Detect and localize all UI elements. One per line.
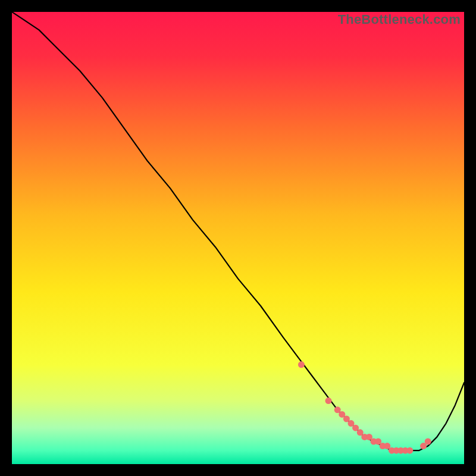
watermark-text: TheBottleneck.com <box>338 12 461 27</box>
marker-dot <box>298 361 305 368</box>
marker-group <box>298 361 431 453</box>
marker-dot <box>325 397 332 404</box>
plot-area: TheBottleneck.com <box>12 12 464 464</box>
chart-frame: TheBottleneck.com <box>0 0 476 476</box>
bottleneck-curve <box>12 12 464 450</box>
marker-dot <box>406 447 413 454</box>
curve-layer <box>12 12 464 464</box>
marker-dot <box>425 439 431 445</box>
